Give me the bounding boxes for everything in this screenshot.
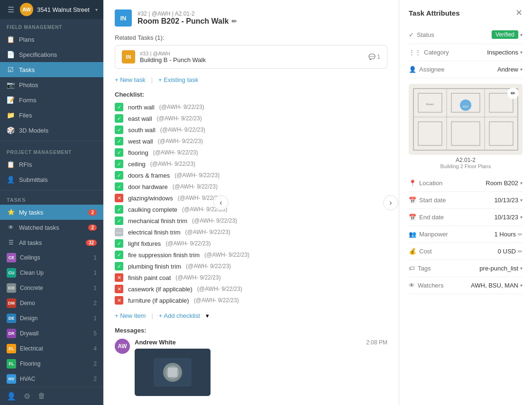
location-dropdown-icon[interactable]: ▾ <box>520 180 523 186</box>
furniture-check-icon: ✕ <box>117 297 121 304</box>
caulking-complete-checkbox[interactable]: ✓ <box>115 205 123 214</box>
checklist-item-plumbing-finish-trim[interactable]: ✓ plumbing finish trim (@AWH- 9/22/23) <box>115 262 387 270</box>
checklist-item-finish-paint-coat[interactable]: ✕ finish paint coat (@AWH- 9/22/23) <box>115 273 387 282</box>
sidebar-item-plans[interactable]: 📋 Plans <box>0 32 103 47</box>
flooring-checkbox[interactable]: ✓ <box>115 148 123 157</box>
west-wall-checkbox[interactable]: ✓ <box>115 137 123 145</box>
sidebar-item-photos[interactable]: 📷 Photos <box>0 77 103 92</box>
new-task-link[interactable]: + New task <box>115 76 146 83</box>
nav-arrow-right[interactable]: › <box>383 195 398 210</box>
settings-icon[interactable]: ⚙ <box>24 392 30 401</box>
status-dropdown-icon[interactable]: ▾ <box>520 32 523 37</box>
checklist-item-glazing-windows[interactable]: ✕ glazing/windows (@AWH- 9/22/23) <box>115 194 387 202</box>
sidebar-category-drywall[interactable]: DR Drywall 5 <box>0 326 103 341</box>
sidebar-item-specifications[interactable]: 📄 Specifications <box>0 47 103 62</box>
sidebar-item-files[interactable]: 📁 Files <box>0 108 103 123</box>
sidebar-category-hvac[interactable]: HV HVAC 2 <box>0 371 103 387</box>
manpower-edit-icon[interactable]: ✏ <box>518 231 523 238</box>
checklist-item-mechanical-finish-trim[interactable]: ✓ mechanical finish trim (@AWH- 9/22/23) <box>115 216 387 225</box>
south-wall-checkbox[interactable]: ✓ <box>115 126 123 134</box>
category-dropdown-icon[interactable]: ▾ <box>520 50 523 55</box>
floor-plan-container: Room B202 ✏ A2.01-2 Building 2 Floor Pla… <box>409 84 523 169</box>
end-date-dropdown-icon[interactable]: ▾ <box>520 215 523 220</box>
sidebar-category-demo[interactable]: DM Demo 2 <box>0 296 103 311</box>
sidebar-category-clean-up[interactable]: CU Clean Up 1 <box>0 265 103 280</box>
task-header: IN #32 | @AWH | A2.01-2 Room B202 - Punc… <box>115 19 387 27</box>
task-categories: CE Ceilings 1 CU Clean Up 1 CO Concrete … <box>0 250 103 387</box>
sidebar-category-electrical[interactable]: EL Electrical 4 <box>0 341 103 356</box>
fire-suppression-finish-trim-checkbox[interactable]: ✓ <box>115 251 123 259</box>
north-wall-checkbox[interactable]: ✓ <box>115 103 123 111</box>
watchers-dropdown-icon[interactable]: ▾ <box>520 283 523 288</box>
light-fixtures-checkbox[interactable]: ✓ <box>115 239 123 248</box>
checklist-item-east-wall[interactable]: ✓ east wall (@AWH- 9/22/23) <box>115 114 387 123</box>
door-hardware-checkbox[interactable]: ✓ <box>115 182 123 191</box>
tasks-item-watched-tasks[interactable]: 👁 Watched tasks 2 <box>0 220 103 235</box>
sidebar-item-3d-models[interactable]: 🎲 3D Models <box>0 123 103 138</box>
glazing-windows-checkbox[interactable]: ✕ <box>115 194 123 202</box>
trash-icon[interactable]: 🗑 <box>38 392 46 401</box>
image-edit-icon[interactable]: ✏ <box>507 88 519 99</box>
sidebar-menu-button[interactable]: ☰ <box>6 5 16 14</box>
doors-frames-meta: (@AWH- 9/22/23) <box>174 172 220 179</box>
location-value: Room B202 ▾ <box>461 180 523 187</box>
doors-frames-checkbox[interactable]: ✓ <box>115 171 123 180</box>
ceiling-checkbox[interactable]: ✓ <box>115 160 123 168</box>
south-wall-meta: (@AWH- 9/22/23) <box>160 126 205 133</box>
sidebar-item-forms[interactable]: 📝 Forms <box>0 92 103 108</box>
casework-checkbox[interactable]: ✕ <box>115 285 123 293</box>
sidebar-item-rfis[interactable]: 📋 RFIs <box>0 157 103 172</box>
checklist-item-casework[interactable]: ✕ casework (if applicable) (@AWH- 9/22/2… <box>115 285 387 293</box>
sidebar-item-submittals[interactable]: 👤 Submittals <box>0 172 103 187</box>
electrical-label: Electrical <box>20 345 43 352</box>
new-item-link[interactable]: + New item <box>115 312 146 319</box>
watched-tasks-icon: 👁 <box>7 223 15 232</box>
message-header: Andrew White 2:08 PM <box>135 339 387 346</box>
tasks-item-all-tasks[interactable]: ☰ All tasks 32 <box>0 235 103 250</box>
plumbing-finish-trim-checkbox[interactable]: ✓ <box>115 262 123 270</box>
furniture-meta: (@AWH- 9/22/23) <box>194 297 239 304</box>
sidebar: ☰ AW 3541 Walnut Street ▾ FIELD MANAGEME… <box>0 0 103 405</box>
checklist-item-electrical-finish-trim[interactable]: — electrical finish trim (@AWH- 9/22/23) <box>115 228 387 236</box>
checklist-item-west-wall[interactable]: ✓ west wall (@AWH- 9/22/23) <box>115 137 387 145</box>
checklist-item-ceiling[interactable]: ✓ ceiling (@AWH- 9/22/23) <box>115 160 387 168</box>
tags-dropdown-icon[interactable]: ▾ <box>520 266 523 271</box>
tasks-item-my-tasks[interactable]: ⭐ My tasks 2 <box>0 205 103 220</box>
plumbing-finish-trim-label: plumbing finish trim <box>128 263 181 270</box>
start-date-dropdown-icon[interactable]: ▾ <box>520 198 523 203</box>
demo-label: Demo <box>20 300 35 306</box>
checklist-item-furniture[interactable]: ✕ furniture (if applicable) (@AWH- 9/22/… <box>115 296 387 305</box>
checklist-item-doors-frames[interactable]: ✓ doors & frames (@AWH- 9/22/23) <box>115 171 387 180</box>
nav-arrow-left[interactable]: ‹ <box>213 195 229 210</box>
task-edit-icon[interactable]: ✏ <box>231 19 237 25</box>
finish-paint-coat-checkbox[interactable]: ✕ <box>115 273 123 282</box>
furniture-checkbox[interactable]: ✕ <box>115 296 123 305</box>
sidebar-category-concrete[interactable]: CO Concrete 1 <box>0 280 103 296</box>
checklist-item-caulking-complete[interactable]: ✓ caulking complete (@AWH- 9/22/23) <box>115 205 387 214</box>
floor-plan-image[interactable]: Room B202 <box>409 84 523 155</box>
add-checklist-link[interactable]: + Add checklist <box>159 312 200 319</box>
people-icon[interactable]: 👤 <box>7 392 16 401</box>
checklist-item-door-hardware[interactable]: ✓ door hardware (@AWH- 9/22/23) <box>115 182 387 191</box>
east-wall-checkbox[interactable]: ✓ <box>115 114 123 123</box>
mechanical-finish-trim-checkbox[interactable]: ✓ <box>115 216 123 225</box>
sidebar-category-design[interactable]: DE Design 1 <box>0 311 103 326</box>
checklist-item-south-wall[interactable]: ✓ south wall (@AWH- 9/22/23) <box>115 126 387 134</box>
sidebar-category-ceilings[interactable]: CE Ceilings 1 <box>0 250 103 265</box>
electrical-finish-trim-checkbox[interactable]: — <box>115 228 123 236</box>
checklist-item-fire-suppression-finish-trim[interactable]: ✓ fire suppression finish trim (@AWH- 9/… <box>115 251 387 259</box>
project-chevron-icon[interactable]: ▾ <box>95 7 98 12</box>
assignee-dropdown-icon[interactable]: ▾ <box>520 67 523 72</box>
checklist-item-light-fixtures[interactable]: ✓ light fixtures (@AWH- 9/22/23) <box>115 239 387 248</box>
sidebar-item-tasks[interactable]: ☑ Tasks <box>0 62 103 77</box>
existing-task-link[interactable]: + Existing task <box>158 76 198 83</box>
checklist-item-north-wall[interactable]: ✓ north wall (@AWH- 9/22/23) <box>115 103 387 111</box>
tags-label: 🏷 Tags <box>409 265 461 272</box>
checklist-item-flooring[interactable]: ✓ flooring (@AWH- 9/22/23) <box>115 148 387 157</box>
cost-edit-icon[interactable]: ✏ <box>518 248 523 255</box>
clean-up-icon: CU <box>7 268 16 278</box>
image-caption: A2.01-2 <box>409 157 523 163</box>
mechanical-finish-trim-label: mechanical finish trim <box>128 217 187 225</box>
sidebar-category-flooring[interactable]: FL Flooring 2 <box>0 356 103 371</box>
add-checklist-dropdown-icon[interactable]: ▾ <box>206 312 209 319</box>
